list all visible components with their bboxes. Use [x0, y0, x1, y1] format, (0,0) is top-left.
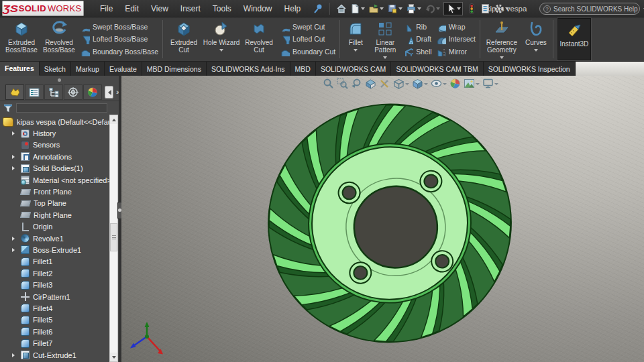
zoom-to-fit-button[interactable] [323, 78, 334, 89]
expand-arrow-icon[interactable] [12, 155, 15, 159]
extruded-cut-button[interactable]: Extruded Cut [165, 17, 203, 61]
lofted-cut-button[interactable]: Lofted Cut [280, 34, 335, 44]
undo-button[interactable] [425, 3, 440, 14]
tree-item-fillet1[interactable]: Fillet1 [0, 256, 113, 267]
extruded-boss-button[interactable]: Extruded Boss/Base [3, 17, 40, 61]
boundary-boss-button[interactable]: Boundary Boss/Base [80, 46, 158, 56]
scroll-up-icon[interactable] [110, 115, 117, 124]
display-style-button[interactable] [412, 78, 428, 89]
graphics-viewport[interactable] [121, 76, 644, 362]
tree-item-top-plane[interactable]: Top Plane [0, 198, 113, 209]
menu-insert[interactable]: Insert [175, 2, 206, 15]
tree-item-fillet2[interactable]: Fillet2 [0, 267, 113, 279]
display-manager-tab[interactable] [83, 84, 102, 100]
menu-help[interactable]: Help [279, 2, 307, 15]
feature-manager-tab[interactable] [5, 84, 24, 100]
expand-arrow-icon[interactable] [12, 237, 15, 241]
edit-appearance-button[interactable] [449, 78, 461, 89]
home-button[interactable] [336, 3, 347, 14]
draft-button[interactable]: Draft [403, 34, 431, 44]
panel-collapse-button[interactable] [105, 86, 113, 99]
tree-item-cut-extrude1[interactable]: Cut-Extrude1 [0, 349, 113, 361]
previous-view-button[interactable] [351, 78, 362, 89]
tree-item-history[interactable]: History [0, 127, 113, 139]
menu-tools[interactable]: Tools [207, 2, 237, 15]
tab-mbd[interactable]: MBD [290, 62, 316, 76]
fan-part-model[interactable] [121, 76, 641, 362]
linear-pattern-button[interactable]: Linear Pattern [369, 17, 401, 61]
pin-menu-icon[interactable] [313, 3, 323, 14]
tree-item-solid-bodies[interactable]: Solid Bodies(1) [0, 163, 113, 174]
apply-scene-button[interactable] [464, 78, 480, 89]
tab-features[interactable]: Features [0, 62, 40, 76]
tree-item-sensors[interactable]: Sensors [0, 139, 113, 151]
panel-drag-strip[interactable] [0, 76, 121, 84]
menu-edit[interactable]: Edit [119, 2, 144, 15]
expand-arrow-icon[interactable] [12, 353, 15, 357]
tab-solidworks-addins[interactable]: SOLIDWORKS Add-Ins [207, 62, 290, 76]
instant3d-button[interactable]: Instant3D [557, 18, 591, 60]
tree-item-material[interactable]: Material <not specified> [0, 174, 113, 186]
intersect-button[interactable]: Intersect [436, 34, 476, 44]
rib-button[interactable]: Rib [403, 21, 431, 32]
tree-item-revolve1[interactable]: Revolve1 [0, 233, 113, 244]
expand-arrow-icon[interactable] [12, 166, 15, 170]
wrap-button[interactable]: Wrap [436, 21, 476, 32]
curves-button[interactable]: Curves [521, 17, 551, 61]
tree-item-fillet6[interactable]: Fillet6 [0, 326, 113, 337]
tree-item-origin[interactable]: Origin [0, 221, 113, 233]
configuration-manager-tab[interactable] [44, 84, 63, 100]
property-manager-tab[interactable] [25, 84, 44, 100]
panel-overflow-chevron-icon[interactable]: ›› [116, 88, 118, 96]
save-button[interactable] [387, 3, 402, 14]
open-document-button[interactable] [368, 3, 384, 14]
print-button[interactable] [406, 3, 421, 14]
tree-scrollbar[interactable] [109, 115, 118, 362]
hide-show-items-button[interactable] [431, 78, 447, 89]
swept-cut-button[interactable]: Swept Cut [280, 21, 335, 32]
view-orientation-button[interactable] [393, 78, 409, 89]
tree-item-fillet4[interactable]: Fillet4 [0, 302, 113, 314]
tree-filter-input[interactable] [16, 103, 107, 113]
fillet-button[interactable]: Fillet [342, 17, 369, 61]
tree-item-fillet5[interactable]: Fillet5 [0, 314, 113, 326]
reference-geometry-button[interactable]: Reference Geometry [482, 17, 521, 61]
mirror-button[interactable]: Mirror [436, 46, 476, 56]
revolved-boss-button[interactable]: Revolved Boss/Base [40, 17, 78, 61]
tab-evaluate[interactable]: Evaluate [105, 62, 142, 76]
revolved-cut-button[interactable]: Revolved Cut [240, 17, 278, 61]
tab-solidworks-inspection[interactable]: SOLIDWORKS Inspection [484, 62, 576, 76]
menu-view[interactable]: View [146, 2, 174, 15]
tree-item-fillet7[interactable]: Fillet7 [0, 337, 113, 349]
menu-file[interactable]: File [95, 2, 118, 15]
tab-sketch[interactable]: Sketch [40, 62, 71, 76]
shell-button[interactable]: Shell [403, 46, 431, 56]
tree-item-boss-extrude1[interactable]: Boss-Extrude1 [0, 244, 113, 255]
dimxpert-manager-tab[interactable] [64, 84, 83, 100]
new-document-button[interactable] [350, 3, 365, 14]
hole-wizard-button[interactable]: Hole Wizard [203, 17, 240, 61]
search-help-box[interactable]: ? Search SOLIDWORKS Help [539, 3, 640, 15]
zoom-to-area-button[interactable] [337, 78, 348, 89]
swept-boss-button[interactable]: Swept Boss/Base [80, 21, 158, 32]
tab-solidworks-cam[interactable]: SOLIDWORKS CAM [316, 62, 391, 76]
tree-item-front-plane[interactable]: Front Plane [0, 186, 113, 197]
search-input[interactable]: Search SOLIDWORKS Help [553, 5, 638, 13]
view-settings-button[interactable] [482, 78, 498, 89]
section-view-button[interactable] [365, 78, 376, 89]
tree-item-fillet3[interactable]: Fillet3 [0, 279, 113, 290]
expand-arrow-icon[interactable] [12, 131, 15, 135]
select-tool-button[interactable] [443, 2, 463, 15]
expand-arrow-icon[interactable] [12, 248, 15, 252]
lofted-boss-button[interactable]: Lofted Boss/Base [80, 34, 158, 44]
menu-window[interactable]: Window [238, 2, 278, 15]
tree-item-part[interactable]: kipas vespa (Default<<Default>_D [0, 116, 113, 127]
tab-mbd-dimensions[interactable]: MBD Dimensions [142, 62, 207, 76]
tab-solidworks-cam-tbm[interactable]: SOLIDWORKS CAM TBM [391, 62, 483, 76]
tree-item-right-plane[interactable]: Right Plane [0, 209, 113, 221]
tree-item-annotations[interactable]: Annotations [0, 151, 113, 162]
dynamic-annotation-views-button[interactable] [379, 78, 390, 89]
scroll-down-icon[interactable] [110, 353, 117, 361]
tree-item-cirpattern1[interactable]: CirPattern1 [0, 291, 113, 302]
tab-markup[interactable]: Markup [71, 62, 105, 76]
